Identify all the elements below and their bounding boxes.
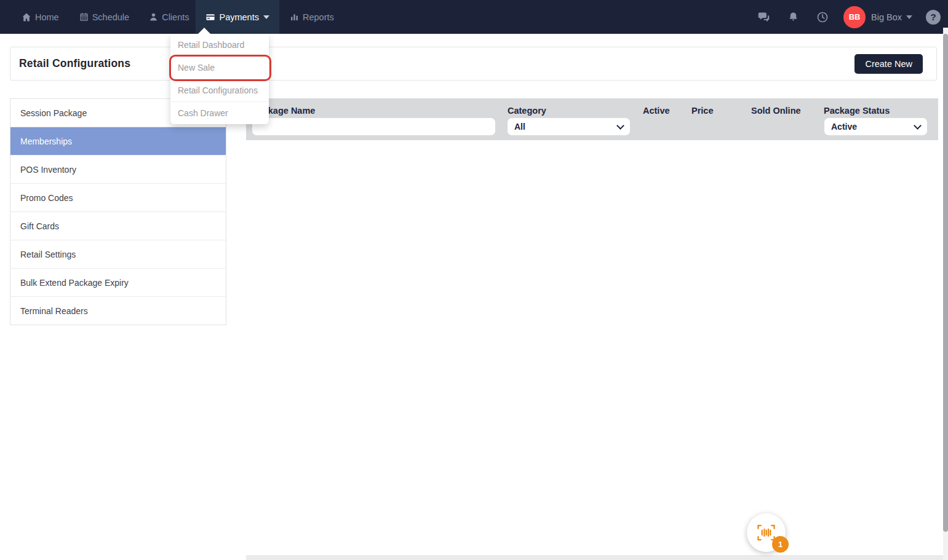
sidebar-item-bulk-extend-package-expiry[interactable]: Bulk Extend Package Expiry xyxy=(10,269,226,297)
chat-icon[interactable] xyxy=(757,10,770,23)
person-icon xyxy=(149,12,158,22)
help-icon[interactable]: ? xyxy=(926,10,941,25)
chevron-down-icon xyxy=(263,15,269,19)
home-icon xyxy=(22,12,31,22)
calendar-icon xyxy=(79,12,89,22)
create-new-button[interactable]: Create New xyxy=(854,54,923,74)
menu-item-label: Retail Dashboard xyxy=(178,40,244,50)
nav-item-clients[interactable]: Clients xyxy=(149,0,189,34)
account-chevron-down-icon[interactable] xyxy=(906,15,912,19)
category-filter-select[interactable]: All xyxy=(508,118,630,135)
sidebar-item-terminal-readers[interactable]: Terminal Readers xyxy=(10,297,226,325)
sidebar-item-promo-codes[interactable]: Promo Codes xyxy=(10,184,226,212)
column-header-active: Active xyxy=(643,106,670,116)
bar-chart-icon xyxy=(290,12,299,22)
nav-item-label: Clients xyxy=(162,12,189,22)
package-status-filter-select[interactable]: Active xyxy=(824,118,927,135)
menu-item-new-sale[interactable]: New Sale xyxy=(170,57,269,79)
column-header-sold-online: Sold Online xyxy=(751,106,801,116)
sidebar-item-gift-cards[interactable]: Gift Cards xyxy=(10,212,226,240)
nav-item-label: Schedule xyxy=(92,12,129,22)
configurations-sidebar: Session PackageMembershipsPOS InventoryP… xyxy=(10,98,226,325)
column-header-package-status: Package Status xyxy=(824,106,890,116)
nav-item-label: Reports xyxy=(303,12,334,22)
packages-table: Package Name Category Active Price Sold … xyxy=(246,98,938,555)
retail-configurations-screen: Home Schedule Clients Payments Reports B… xyxy=(0,0,948,560)
package-name-filter-input[interactable] xyxy=(252,118,495,135)
notifications-bell-icon[interactable] xyxy=(787,11,799,23)
card-icon xyxy=(205,12,215,22)
nav-item-label: Payments xyxy=(219,12,258,22)
recent-clock-icon[interactable] xyxy=(816,11,829,23)
column-header-price: Price xyxy=(691,106,713,116)
menu-item-retail-configurations[interactable]: Retail Configurations xyxy=(170,79,269,102)
menu-item-label: Cash Drawer xyxy=(178,108,228,118)
vertical-scrollbar-thumb[interactable] xyxy=(943,34,948,532)
table-header: Package Name Category Active Price Sold … xyxy=(246,98,938,140)
nav-item-reports[interactable]: Reports xyxy=(290,0,334,34)
navbar-right: BB Big Box ? xyxy=(757,0,941,34)
sidebar-item-pos-inventory[interactable]: POS Inventory xyxy=(10,156,226,184)
account-name[interactable]: Big Box xyxy=(871,12,902,22)
menu-item-label: Retail Configurations xyxy=(178,85,258,95)
column-header-category: Category xyxy=(508,106,546,116)
page-title: Retail Configurations xyxy=(19,57,130,70)
horizontal-scrollbar[interactable] xyxy=(246,555,943,560)
vertical-scrollbar[interactable] xyxy=(943,28,948,560)
nav-item-schedule[interactable]: Schedule xyxy=(79,0,129,34)
sidebar-item-retail-settings[interactable]: Retail Settings xyxy=(10,240,226,269)
nav-item-label: Home xyxy=(35,12,59,22)
chevron-down-icon xyxy=(616,122,624,130)
menu-item-cash-drawer[interactable]: Cash Drawer xyxy=(170,102,269,124)
account-avatar[interactable]: BB xyxy=(843,6,866,28)
scanner-badge-count: 1 xyxy=(772,536,789,553)
top-navbar: Home Schedule Clients Payments Reports B… xyxy=(0,0,948,34)
page-header: Retail Configurations Create New xyxy=(10,47,937,81)
menu-item-label: New Sale xyxy=(178,63,215,73)
menu-item-retail-dashboard[interactable]: Retail Dashboard xyxy=(170,34,269,57)
payments-dropdown-menu: Retail Dashboard New Sale Retail Configu… xyxy=(170,34,269,124)
package-status-filter-value: Active xyxy=(831,122,857,132)
nav-item-home[interactable]: Home xyxy=(22,0,59,34)
category-filter-value: All xyxy=(514,122,525,132)
chevron-down-icon xyxy=(914,122,922,130)
sidebar-item-memberships[interactable]: Memberships xyxy=(10,127,226,156)
